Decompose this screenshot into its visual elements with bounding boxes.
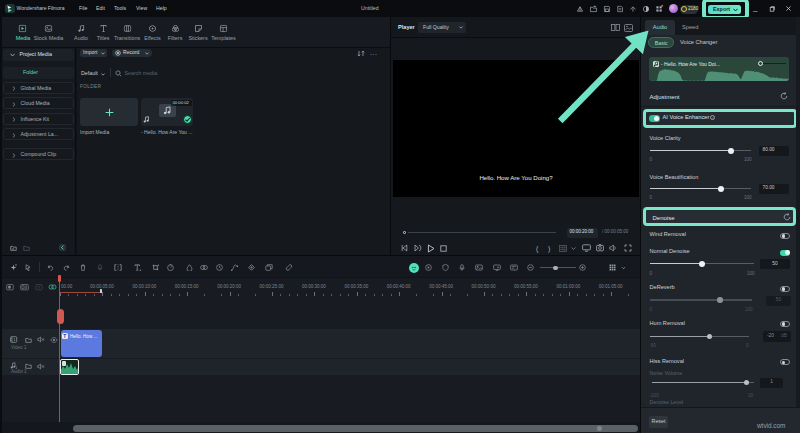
svg-text:T: T — [63, 333, 66, 339]
svg-text:1: 1 — [13, 337, 15, 342]
